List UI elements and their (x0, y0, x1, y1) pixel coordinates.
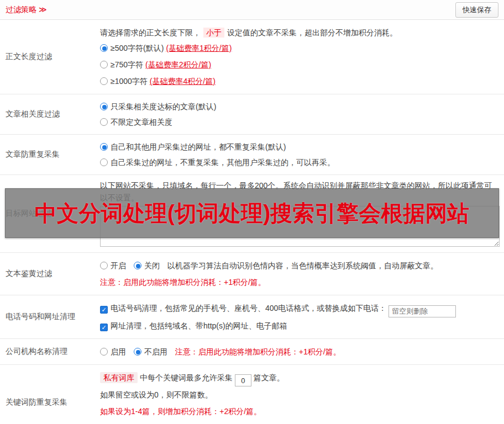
keyword-rule-5plus: 如果设为5篇或以上，也不会额外增加积分消耗。 注意事项≫ (100, 420, 500, 424)
company-option-off[interactable]: 不启用 (134, 347, 167, 356)
intro-highlight: 小于 (203, 28, 224, 38)
option-note: (基础费率1积分/篇) (166, 44, 232, 52)
row-phone-url-cleanup: 电话号码和网址清理 电话号码清理，包括常见的手机号、座机号、400电话格式，或替… (0, 295, 504, 339)
length-filter-label: 正文长度过滤 (0, 20, 100, 94)
radio-icon[interactable] (100, 348, 108, 356)
radio-icon[interactable] (100, 158, 108, 166)
option-note: (基础费率4积分/篇) (150, 77, 216, 86)
quick-save-button[interactable]: 快速保存 (455, 2, 498, 18)
dedup-filter-label: 文章防重复采集 (0, 135, 100, 174)
porn-filter-options: 开启 关闭 以机器学习算法自动识别色情内容，当色情概率达到系统阈值，自动屏蔽文章… (100, 257, 500, 274)
porn-option-off[interactable]: 关闭 (134, 261, 160, 270)
watermark-overlay: 中文分词处理(切词处理)搜索引擎会根据网站 (5, 188, 499, 238)
radio-icon[interactable] (134, 262, 141, 269)
radio-icon[interactable] (100, 103, 108, 110)
option-label: ≥1000字符 (111, 77, 148, 86)
option-note: (基础费率2积分/篇) (145, 60, 211, 69)
length-filter-intro: 请选择需求的正文长度下限，小于设定值的文章不采集，超出部分不增加积分消耗。 (100, 25, 500, 40)
replacement-phone-input[interactable] (389, 305, 456, 317)
watermark-text: 中文分词处理(切词处理)搜索引擎会根据网站 (35, 198, 470, 229)
relevance-option-any[interactable]: 不限定文章相关度 (100, 114, 500, 130)
length-option-500[interactable]: ≥500字符(默认)(基础费率1积分/篇) (100, 40, 500, 56)
row-relevance-filter: 文章相关度过滤 只采集相关度达标的文章(默认) 不限定文章相关度 (0, 94, 504, 135)
intro-text-post: 设定值的文章不采集，超出部分不增加积分消耗。 (227, 28, 397, 37)
option-label: 启用 (111, 347, 126, 356)
option-label: 自己采集过的网址，不重复采集，其他用户采集过的，可以再采。 (111, 158, 335, 167)
limit-text-end: 篇文章。 (254, 373, 285, 382)
option-label: 只采集相关度达标的文章(默认) (111, 102, 216, 111)
option-label: 电话号码清理，包括常见的手机号、座机号、400电话格式，或替换成如下电话： (111, 304, 386, 312)
company-option-on[interactable]: 启用 (100, 347, 126, 356)
length-option-750[interactable]: ≥750字符(基础费率2积分/篇) (100, 56, 500, 73)
option-label: 自己和其他用户采集过的网址，都不重复采集(默认) (111, 142, 286, 151)
option-label: 不限定文章相关度 (111, 118, 172, 126)
company-cleanup-options: 启用 不启用 注意：启用此功能将增加积分消耗：+1积分/篇。 (100, 343, 500, 360)
radio-icon[interactable] (100, 143, 108, 151)
keyword-dedup-label: 关键词防重复采集 (0, 365, 100, 424)
radio-icon[interactable] (100, 77, 108, 85)
checkbox-icon[interactable] (100, 324, 108, 331)
option-label: 不启用 (144, 347, 167, 356)
row-keyword-dedup: 关键词防重复采集 私有词库 中每个关键词最多允许采集 篇文章。 如果留空或设为0… (0, 365, 504, 424)
radio-icon[interactable] (100, 61, 108, 68)
row-company-cleanup: 公司机构名称清理 启用 不启用 注意：启用此功能将增加积分消耗：+1积分/篇。 (0, 339, 504, 365)
porn-option-on[interactable]: 开启 (100, 261, 126, 270)
dedup-option-own[interactable]: 自己采集过的网址，不重复采集，其他用户采集过的，可以再采。 (100, 155, 500, 170)
radio-icon[interactable] (134, 348, 141, 356)
option-label: 网址清理，包括纯域名、带http(s)的网址、电子邮箱 (111, 321, 287, 330)
company-cleanup-warning: 注意：启用此功能将增加积分消耗：+1积分/篇。 (175, 347, 341, 356)
radio-icon[interactable] (100, 44, 108, 52)
length-option-1000[interactable]: ≥1000字符(基础费率4积分/篇) (100, 73, 500, 89)
company-cleanup-label: 公司机构名称清理 (0, 339, 100, 364)
radio-icon[interactable] (100, 118, 108, 126)
relevance-filter-label: 文章相关度过滤 (0, 94, 100, 134)
dedup-option-global[interactable]: 自己和其他用户采集过的网址，都不重复采集(默认) (100, 139, 500, 155)
topbar: 过滤策略 ≫ 快速保存 (0, 0, 504, 20)
keyword-rule-1-4: 如果设为1-4篇，则增加积分消耗：+2积分/篇。 (100, 403, 500, 420)
radio-icon[interactable] (100, 262, 108, 269)
checkbox-icon[interactable] (100, 306, 108, 314)
relevance-option-strict[interactable]: 只采集相关度达标的文章(默认) (100, 99, 500, 114)
phone-url-cleanup-label: 电话号码和网址清理 (0, 295, 100, 338)
phone-cleanup-option[interactable]: 电话号码清理，包括常见的手机号、座机号、400电话格式，或替换成如下电话： (100, 300, 500, 317)
option-label: ≥500字符(默认) (111, 44, 164, 52)
option-label: 开启 (111, 261, 126, 270)
porn-filter-label: 文本鉴黄过滤 (0, 253, 100, 295)
porn-filter-description: 以机器学习算法自动识别色情内容，当色情概率达到系统阈值，自动屏蔽文章。 (167, 261, 438, 270)
row-porn-filter: 文本鉴黄过滤 开启 关闭 以机器学习算法自动识别色情内容，当色情概率达到系统阈值… (0, 253, 504, 295)
row-length-filter: 正文长度过滤 请选择需求的正文长度下限，小于设定值的文章不采集，超出部分不增加积… (0, 20, 504, 94)
keyword-rule-zero: 如果留空或设为0，则不限篇数。 (100, 386, 500, 403)
keyword-limit-input[interactable] (235, 374, 251, 386)
url-cleanup-option[interactable]: 网址清理，包括纯域名、带http(s)的网址、电子邮箱 (100, 317, 500, 334)
option-label: 关闭 (144, 261, 160, 270)
intro-text-pre: 请选择需求的正文长度下限， (100, 28, 201, 37)
page-title[interactable]: 过滤策略 ≫ (6, 5, 47, 15)
row-dedup-filter: 文章防重复采集 自己和其他用户采集过的网址，都不重复采集(默认) 自己采集过的网… (0, 135, 504, 175)
private-lexicon-link[interactable]: 私有词库 (100, 372, 138, 383)
porn-filter-warning: 注意：启用此功能将增加积分消耗：+1积分/篇。 (100, 274, 500, 290)
limit-text-mid: 中每个关键词最多允许采集 (140, 373, 233, 382)
option-label: ≥750字符 (111, 60, 143, 69)
keyword-limit-line: 私有词库 中每个关键词最多允许采集 篇文章。 (100, 369, 500, 387)
